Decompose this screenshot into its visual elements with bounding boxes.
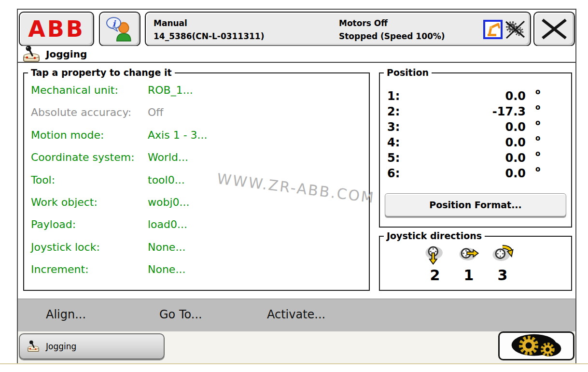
- axis-row-1: 1: 0.0 o: [380, 89, 571, 104]
- axis-label: 4:: [387, 136, 400, 149]
- axis-row-2: 2: -17.3 o: [380, 105, 571, 119]
- status-icons: [483, 20, 525, 39]
- page-title: Jogging: [46, 48, 87, 60]
- execution-state: Stopped (Speed 100%): [339, 30, 445, 43]
- close-icon: [539, 17, 570, 41]
- joystick-icon: [27, 340, 40, 353]
- taskbar: Jogging: [18, 331, 575, 363]
- property-label: Absolute accuracy:: [31, 106, 131, 118]
- property-label: Coordinate system:: [31, 151, 135, 163]
- quickset-gears-icon: [503, 333, 570, 359]
- property-value: None...: [148, 241, 185, 253]
- screen: ABB i Manual 14_5386(CN-L-0311311) M: [0, 0, 588, 372]
- user-info-icon: i: [106, 16, 134, 42]
- operator-mode-block: Manual 14_5386(CN-L-0311311): [154, 17, 264, 43]
- taskbar-tab-jogging[interactable]: Jogging: [19, 333, 165, 359]
- properties-panel: Tap a property to change it Mechanical u…: [23, 72, 370, 291]
- joystick-directions-panel: Joystick directions 2: [379, 236, 572, 291]
- axis-value: 0.0: [433, 120, 526, 134]
- joystick-direction-row: 2 1: [419, 243, 519, 283]
- controller-name: 14_5386(CN-L-0311311): [154, 30, 264, 43]
- property-value: load0...: [148, 218, 187, 230]
- properties-legend: Tap a property to change it: [28, 67, 175, 78]
- quickset-button[interactable]: [498, 331, 574, 360]
- joystick-axis-number: 1: [464, 267, 474, 283]
- joystick-direction-axis2: 2: [419, 243, 451, 283]
- property-label: Work object:: [31, 196, 98, 208]
- close-button[interactable]: [533, 12, 575, 46]
- action-bar: Align... Go To... Activate...: [18, 299, 575, 331]
- property-motion-mode[interactable]: Motion mode: Axis 1 - 3...: [31, 129, 364, 143]
- joystick-rotate-icon: [489, 243, 516, 267]
- joystick-direction-axis3: 3: [486, 243, 519, 283]
- operator-mode: Manual: [154, 17, 264, 30]
- axis-label: 3:: [387, 120, 400, 134]
- axis-label: 6:: [387, 167, 400, 180]
- axis-label: 2:: [387, 105, 400, 118]
- property-value: tool0...: [148, 174, 185, 186]
- property-value: Off: [148, 106, 163, 118]
- main-menu-button[interactable]: i: [99, 12, 140, 46]
- motors-off-gears-icon: [504, 20, 525, 39]
- axis-value: -17.3: [433, 105, 526, 118]
- degree-unit: o: [535, 87, 540, 96]
- joystick-right-icon: [455, 243, 482, 267]
- status-bar[interactable]: Manual 14_5386(CN-L-0311311) Motors Off …: [145, 12, 531, 46]
- activate-button[interactable]: Activate...: [267, 308, 325, 321]
- position-panel: Position 1: 0.0 o 2: -17.3 o 3: 0.0 o 4:…: [379, 72, 572, 228]
- property-label: Increment:: [31, 263, 89, 275]
- go-to-button[interactable]: Go To...: [159, 308, 202, 321]
- axis-row-3: 3: 0.0 o: [380, 120, 571, 135]
- joystick-down-icon: [421, 243, 448, 267]
- degree-unit: o: [535, 165, 540, 173]
- motor-state-block: Motors Off Stopped (Speed 100%): [339, 17, 445, 43]
- align-button[interactable]: Align...: [46, 308, 86, 321]
- degree-unit: o: [535, 103, 540, 112]
- property-value: World...: [148, 151, 188, 163]
- property-mechanical-unit[interactable]: Mechanical unit: ROB_1...: [31, 84, 364, 99]
- bottom-divider: [0, 363, 588, 364]
- motor-state: Motors Off: [339, 17, 445, 30]
- property-value: ROB_1...: [148, 84, 193, 96]
- property-coordinate-system[interactable]: Coordinate system: World...: [31, 151, 364, 166]
- property-work-object[interactable]: Work object: wobj0...: [31, 196, 364, 211]
- joystick-directions-legend: Joystick directions: [384, 230, 485, 241]
- property-label: Tool:: [31, 174, 55, 186]
- property-label: Motion mode:: [31, 129, 104, 141]
- app-window: ABB i Manual 14_5386(CN-L-0311311) M: [17, 9, 576, 363]
- property-tool[interactable]: Tool: tool0...: [31, 174, 364, 188]
- degree-unit: o: [535, 118, 540, 127]
- property-increment[interactable]: Increment: None...: [31, 263, 364, 278]
- axis-label: 5:: [387, 151, 400, 165]
- axis-value: 0.0: [433, 89, 526, 103]
- property-label: Mechanical unit:: [31, 84, 118, 96]
- joystick-icon: [22, 45, 41, 63]
- joystick-axis-number: 2: [430, 267, 440, 283]
- property-value: wobj0...: [148, 196, 190, 208]
- axis-label: 1:: [387, 89, 400, 103]
- axis-value: 0.0: [433, 136, 526, 149]
- joystick-direction-axis1: 1: [452, 243, 485, 283]
- robot-unit-icon: [483, 20, 503, 39]
- view-title-bar: Jogging: [18, 46, 575, 63]
- property-value: Axis 1 - 3...: [148, 129, 208, 141]
- property-joystick-lock[interactable]: Joystick lock: None...: [31, 241, 364, 256]
- position-format-button[interactable]: Position Format...: [385, 193, 566, 216]
- axis-row-5: 5: 0.0 o: [380, 151, 571, 166]
- property-label: Joystick lock:: [31, 241, 100, 253]
- degree-unit: o: [535, 149, 540, 158]
- degree-unit: o: [535, 134, 540, 143]
- axis-value: 0.0: [433, 167, 526, 180]
- property-absolute-accuracy: Absolute accuracy: Off: [31, 106, 364, 121]
- axis-row-6: 6: 0.0 o: [380, 167, 571, 181]
- joystick-axis-number: 3: [498, 267, 508, 283]
- property-label: Payload:: [31, 218, 76, 230]
- axis-value: 0.0: [433, 151, 526, 165]
- property-payload[interactable]: Payload: load0...: [31, 218, 364, 233]
- abb-menu-button[interactable]: ABB: [19, 12, 94, 46]
- property-value: None...: [148, 263, 185, 275]
- abb-logo: ABB: [28, 18, 85, 40]
- axis-row-4: 4: 0.0 o: [380, 136, 571, 150]
- taskbar-tab-label: Jogging: [46, 342, 76, 351]
- position-legend: Position: [384, 67, 432, 78]
